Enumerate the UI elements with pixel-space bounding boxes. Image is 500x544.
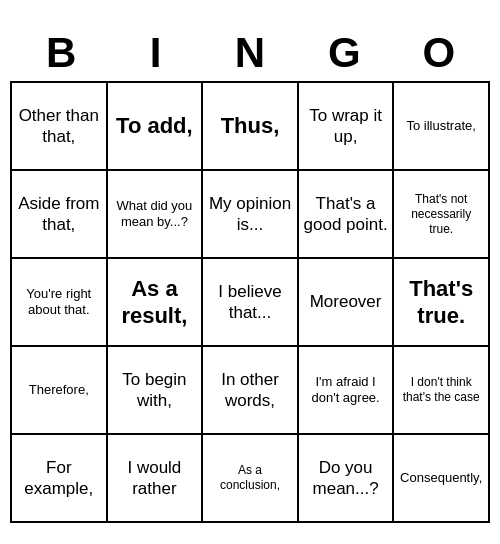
bingo-cell: In other words,: [203, 347, 299, 435]
bingo-cell: To add,: [108, 83, 204, 171]
cell-text: As a conclusion,: [207, 463, 293, 493]
cell-text: I would rather: [112, 457, 198, 500]
bingo-cell: Do you mean...?: [299, 435, 395, 523]
bingo-cell: To illustrate,: [394, 83, 490, 171]
title-letter: G: [300, 29, 388, 77]
bingo-cell: I believe that...: [203, 259, 299, 347]
bingo-cell: Therefore,: [12, 347, 108, 435]
cell-text: Do you mean...?: [303, 457, 389, 500]
bingo-grid: Other than that,To add,Thus,To wrap it u…: [10, 81, 490, 523]
bingo-cell: I would rather: [108, 435, 204, 523]
cell-text: As a result,: [112, 275, 198, 330]
cell-text: To illustrate,: [407, 118, 476, 134]
cell-text: To add,: [116, 112, 193, 140]
bingo-card: BINGO Other than that,To add,Thus,To wra…: [10, 21, 490, 523]
bingo-cell: Consequently,: [394, 435, 490, 523]
bingo-cell: Other than that,: [12, 83, 108, 171]
cell-text: I don't think that's the case: [398, 375, 484, 405]
cell-text: That's not necessarily true.: [398, 192, 484, 237]
bingo-cell: My opinion is...: [203, 171, 299, 259]
cell-text: Aside from that,: [16, 193, 102, 236]
cell-text: To begin with,: [112, 369, 198, 412]
bingo-cell: You're right about that.: [12, 259, 108, 347]
cell-text: In other words,: [207, 369, 293, 412]
cell-text: Thus,: [221, 112, 280, 140]
cell-text: What did you mean by...?: [112, 198, 198, 231]
cell-text: I believe that...: [207, 281, 293, 324]
cell-text: My opinion is...: [207, 193, 293, 236]
bingo-cell: I'm afraid I don't agree.: [299, 347, 395, 435]
title-letter: I: [112, 29, 200, 77]
title-letter: O: [395, 29, 483, 77]
cell-text: Therefore,: [29, 382, 89, 398]
bingo-cell: As a conclusion,: [203, 435, 299, 523]
bingo-cell: To begin with,: [108, 347, 204, 435]
bingo-cell: That's a good point.: [299, 171, 395, 259]
cell-text: I'm afraid I don't agree.: [303, 374, 389, 407]
bingo-cell: That's not necessarily true.: [394, 171, 490, 259]
bingo-cell: To wrap it up,: [299, 83, 395, 171]
bingo-cell: What did you mean by...?: [108, 171, 204, 259]
bingo-cell: For example,: [12, 435, 108, 523]
cell-text: That's true.: [398, 275, 484, 330]
title-letter: N: [206, 29, 294, 77]
bingo-cell: I don't think that's the case: [394, 347, 490, 435]
cell-text: For example,: [16, 457, 102, 500]
cell-text: Other than that,: [16, 105, 102, 148]
title-letter: B: [17, 29, 105, 77]
cell-text: Moreover: [310, 291, 382, 312]
bingo-cell: Aside from that,: [12, 171, 108, 259]
cell-text: You're right about that.: [16, 286, 102, 319]
bingo-cell: Thus,: [203, 83, 299, 171]
cell-text: To wrap it up,: [303, 105, 389, 148]
bingo-cell: Moreover: [299, 259, 395, 347]
cell-text: That's a good point.: [303, 193, 389, 236]
bingo-cell: That's true.: [394, 259, 490, 347]
cell-text: Consequently,: [400, 470, 482, 486]
bingo-cell: As a result,: [108, 259, 204, 347]
bingo-title: BINGO: [10, 21, 490, 81]
